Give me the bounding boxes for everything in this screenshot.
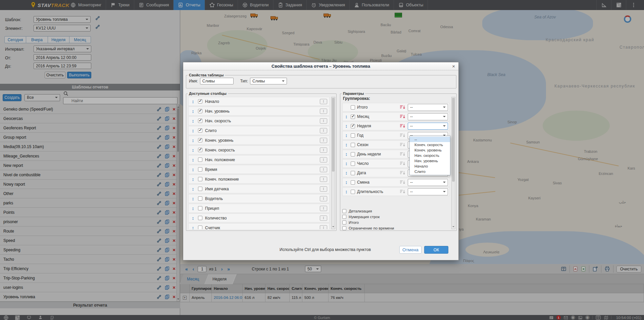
unit-truck-marker[interactable] [324, 13, 332, 19]
notes-icon[interactable] [549, 315, 554, 320]
edit-unit-wrench-icon[interactable] [95, 24, 100, 30]
template-list-item[interactable]: Trip-Stop-Parking× [0, 273, 180, 283]
rename-column-button[interactable]: I [320, 167, 327, 172]
wrench-icon[interactable] [156, 219, 162, 225]
template-list-item[interactable]: Nowy raport× [0, 180, 180, 189]
rename-column-button[interactable]: I [320, 99, 327, 104]
envelope-icon[interactable] [563, 315, 568, 320]
table-type-select[interactable]: Сливы [250, 78, 287, 84]
grouping-select[interactable]: -- [408, 123, 448, 130]
from-date-input[interactable] [34, 54, 91, 61]
scroll-up-icon[interactable] [177, 106, 179, 108]
rename-column-button[interactable]: I [320, 157, 327, 163]
result-tab-link[interactable]: Месяц [182, 274, 207, 284]
move-handle-icon[interactable]: ↕ [191, 215, 195, 221]
to-date-input[interactable] [34, 63, 91, 69]
notification-count-badge[interactable]: 1 [556, 315, 561, 320]
clear-results-button[interactable]: Очистить [616, 266, 641, 272]
copy-icon[interactable] [164, 229, 170, 234]
rename-column-button[interactable]: I [320, 225, 327, 230]
search-input[interactable] [63, 97, 178, 104]
table-header-cell[interactable]: Конеч. скорость [329, 284, 365, 293]
grouping-select[interactable]: -- [408, 179, 448, 186]
tab-jobs[interactable]: Задания [273, 0, 306, 10]
copy-icon[interactable] [164, 238, 170, 243]
grouping-checkbox[interactable] [351, 162, 355, 166]
column-checkbox[interactable] [198, 128, 202, 133]
copy-icon[interactable] [164, 294, 170, 300]
move-handle-icon[interactable]: ↕ [344, 180, 349, 185]
move-handle-icon[interactable]: ↕ [344, 123, 349, 129]
copy-icon[interactable] [164, 153, 170, 159]
quick-range-yesterday[interactable]: Вчера [26, 36, 48, 43]
copy-icon[interactable] [164, 116, 170, 121]
apps-grid-icon[interactable] [13, 315, 21, 320]
move-handle-icon[interactable]: ↕ [191, 99, 195, 104]
table-header-cell[interactable]: Нач. скорость [265, 284, 290, 293]
copy-icon[interactable] [164, 247, 170, 253]
grouping-checkbox[interactable] [351, 105, 355, 110]
column-checkbox[interactable] [198, 167, 202, 172]
copy-icon[interactable] [164, 107, 170, 112]
brand-logo[interactable]: STAVTRACK [30, 0, 69, 10]
move-handle-icon[interactable]: ↕ [191, 225, 195, 230]
rename-column-button[interactable]: I [320, 138, 327, 143]
result-tab-active[interactable]: Неделя [207, 274, 235, 284]
table-name-input[interactable] [200, 78, 234, 84]
wrench-icon[interactable] [156, 107, 162, 112]
move-handle-icon[interactable]: ↕ [191, 206, 195, 211]
page-size-select[interactable]: 50 [305, 266, 321, 272]
flag-checkbox[interactable] [342, 209, 346, 213]
column-checkbox[interactable] [198, 109, 202, 113]
flag-checkbox[interactable] [342, 220, 346, 225]
template-list-item[interactable]: Media(09.10.15 10am)× [0, 142, 180, 151]
image-icon[interactable] [578, 315, 583, 320]
last-page-button[interactable]: » [225, 266, 232, 272]
wrench-icon[interactable] [156, 144, 162, 149]
rename-column-button[interactable]: I [320, 177, 327, 182]
grouping-checkbox[interactable] [351, 133, 355, 138]
move-handle-icon[interactable]: ↕ [191, 109, 195, 114]
wrench-icon[interactable] [156, 210, 162, 215]
scrollbar-thumb[interactable] [452, 98, 455, 182]
joystick-icon[interactable] [36, 315, 44, 320]
wrench-icon[interactable] [156, 135, 162, 140]
globe-icon[interactable] [2, 315, 10, 320]
template-list-item[interactable]: prisoner× [0, 217, 180, 227]
execute-report-button[interactable]: Выполнить [67, 72, 91, 78]
copy-icon[interactable] [164, 285, 170, 290]
scroll-down-icon[interactable] [452, 226, 454, 228]
first-page-button[interactable]: « [183, 266, 190, 272]
sort-order-icon[interactable] [399, 171, 406, 175]
template-list-item[interactable]: Route× [0, 227, 180, 236]
grouping-checkbox[interactable] [351, 180, 355, 185]
sort-order-icon[interactable] [399, 133, 406, 138]
copy-icon[interactable] [164, 172, 170, 178]
wrench-icon[interactable] [156, 116, 162, 121]
clear-interval-button[interactable]: Очистить [45, 72, 65, 78]
move-handle-icon[interactable]: ↕ [344, 161, 349, 166]
flag-checkbox[interactable] [342, 215, 346, 219]
template-list-item[interactable]: Geneko demo (Speed/Fuel)× [0, 105, 180, 114]
copy-icon[interactable] [164, 200, 170, 206]
video-icon[interactable] [25, 315, 33, 320]
parameters-scrollbar[interactable] [451, 97, 455, 229]
column-checkbox[interactable] [198, 148, 202, 152]
unit-select[interactable]: KV12 UUU [34, 25, 91, 31]
rename-column-button[interactable]: I [320, 206, 327, 211]
template-list-item[interactable]: New report× [0, 161, 180, 170]
move-handle-icon[interactable]: ↕ [344, 189, 349, 194]
move-handle-icon[interactable]: ↕ [191, 196, 195, 201]
print-icon[interactable] [604, 266, 610, 272]
apps-grid-icon[interactable] [611, 0, 626, 10]
grouping-checkbox[interactable] [351, 124, 355, 128]
sort-order-icon[interactable] [399, 114, 406, 119]
menu-kebab-icon[interactable] [626, 0, 641, 10]
scroll-down-icon[interactable] [177, 299, 179, 301]
book-icon[interactable] [595, 315, 601, 320]
rename-column-button[interactable]: I [320, 215, 327, 221]
page-number-input[interactable] [198, 266, 206, 272]
template-list-item[interactable]: Geofences Report× [0, 123, 180, 133]
sort-order-icon[interactable] [399, 189, 406, 194]
grouping-select[interactable]: -- [408, 113, 448, 120]
